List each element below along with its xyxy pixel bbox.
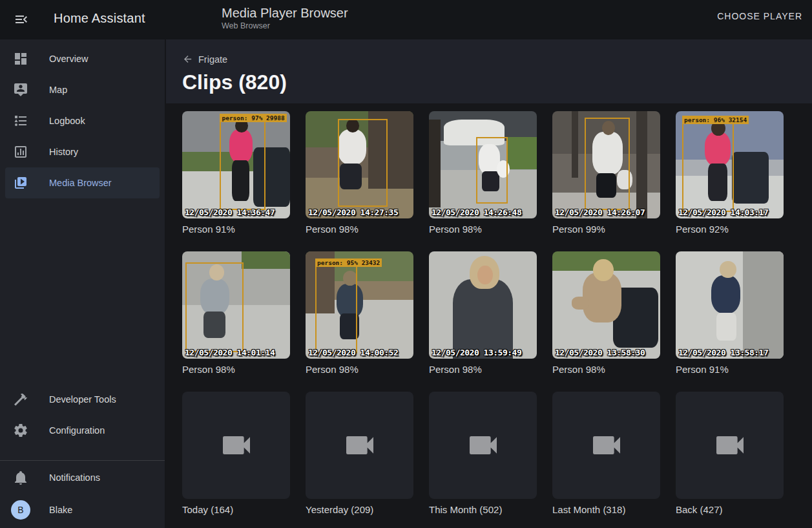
media-grid: person: 97% 2998812/05/2020 14:36:47Pers… <box>166 103 812 515</box>
clip-timestamp: 12/05/2020 14:36:47 <box>185 207 275 217</box>
tooltip-account-icon <box>13 82 28 98</box>
detection-box <box>476 137 507 204</box>
scene-shape <box>506 137 537 169</box>
clip-tile[interactable]: 12/05/2020 14:01:14Person 98% <box>182 251 290 375</box>
clip-thumbnail: 12/05/2020 14:01:14 <box>182 251 290 359</box>
clip-timestamp: 12/05/2020 14:26:48 <box>432 207 521 217</box>
folder-label: Back (427) <box>676 504 784 515</box>
user-name-label: Blake <box>49 505 72 515</box>
clip-label: Person 98% <box>306 364 413 375</box>
clip-label: Person 98% <box>306 224 413 235</box>
menu-open-icon[interactable] <box>13 12 30 28</box>
breadcrumb-label: Frigate <box>198 54 227 65</box>
clip-thumbnail: 12/05/2020 14:26:48 <box>429 111 537 218</box>
scene-shape <box>716 313 736 341</box>
sidebar-nav: OverviewMapLogbookHistoryMedia Browser <box>0 39 165 198</box>
hammer-icon <box>13 392 28 407</box>
clip-tile[interactable]: 12/05/2020 13:58:30Person 98% <box>552 251 660 375</box>
clip-label: Person 98% <box>429 224 537 235</box>
clip-timestamp: 12/05/2020 14:03:17 <box>678 207 768 217</box>
detection-label: person: 97% 29988 <box>220 114 286 122</box>
sidebar-item-overview[interactable]: Overview <box>5 43 160 74</box>
scene-shape <box>720 261 736 279</box>
sidebar-item-label: Notifications <box>49 472 100 483</box>
clip-thumbnail: person: 97% 2998812/05/2020 14:36:47 <box>182 111 290 218</box>
clip-thumbnail: person: 95% 2343212/05/2020 14:00:52 <box>306 251 413 359</box>
arrow-left-icon <box>182 54 193 65</box>
detection-box <box>338 119 388 207</box>
clip-tile[interactable]: person: 96% 3215412/05/2020 14:03:17Pers… <box>676 111 784 235</box>
sidebar-item-configuration[interactable]: Configuration <box>5 415 160 446</box>
folder-tile-yesterday-209[interactable]: Yesterday (209) <box>306 392 413 515</box>
detection-box <box>185 262 244 352</box>
clip-timestamp: 12/05/2020 14:26:07 <box>555 207 645 217</box>
detection-box: person: 95% 23432 <box>315 266 357 354</box>
sidebar-item-notifications[interactable]: Notifications <box>5 462 160 493</box>
sidebar-item-label: Developer Tools <box>49 394 116 405</box>
content-header: Frigate Clips (820) <box>166 39 812 103</box>
clip-label: Person 98% <box>429 364 537 375</box>
folder-label: This Month (502) <box>429 504 537 515</box>
sidebar-item-label: Logbook <box>49 116 85 126</box>
sidebar-bottom: Developer ToolsConfiguration Notificatio… <box>0 384 165 527</box>
clip-label: Person 91% <box>676 364 784 375</box>
content-body: person: 97% 2998812/05/2020 14:36:47Pers… <box>166 103 812 528</box>
clip-timestamp: 12/05/2020 14:27:35 <box>308 207 398 217</box>
scene-shape <box>743 251 784 359</box>
sidebar-item-media-browser[interactable]: Media Browser <box>5 167 160 198</box>
clip-label: Person 91% <box>182 224 290 235</box>
clip-tile[interactable]: person: 97% 2998812/05/2020 14:36:47Pers… <box>182 111 290 235</box>
sidebar-item-history[interactable]: History <box>5 136 160 167</box>
clip-label: Person 92% <box>676 224 784 235</box>
sidebar-item-label: History <box>49 147 78 157</box>
clip-tile[interactable]: 12/05/2020 14:27:35Person 98% <box>306 111 413 235</box>
sidebar-divider <box>0 460 165 461</box>
detection-box: person: 96% 32154 <box>682 123 734 212</box>
sidebar-item-user[interactable]: B Blake <box>5 493 160 527</box>
page-subtitle: Web Browser <box>222 21 348 31</box>
clip-thumbnail: 12/05/2020 13:58:30 <box>552 251 660 359</box>
folder-tile-today-164[interactable]: Today (164) <box>182 392 290 515</box>
clip-thumbnail: 12/05/2020 13:59:49 <box>429 251 537 359</box>
detection-box: person: 97% 29988 <box>220 121 265 210</box>
folder-tile-back-427[interactable]: Back (427) <box>676 392 784 515</box>
clip-timestamp: 12/05/2020 14:00:52 <box>308 348 398 357</box>
avatar: B <box>11 500 30 520</box>
clip-tile[interactable]: 12/05/2020 13:58:17Person 91% <box>676 251 784 375</box>
sidebar-item-label: Configuration <box>49 425 105 436</box>
clip-tile[interactable]: person: 95% 2343212/05/2020 14:00:52Pers… <box>306 251 413 375</box>
video-icon <box>465 427 501 463</box>
sidebar-item-map[interactable]: Map <box>5 74 160 105</box>
detection-label: person: 96% 32154 <box>682 116 749 124</box>
clip-tile[interactable]: 12/05/2020 13:59:49Person 98% <box>429 251 537 375</box>
scene-shape <box>711 275 740 314</box>
choose-player-button[interactable]: CHOOSE PLAYER <box>717 11 802 21</box>
format-list-icon <box>13 113 28 129</box>
breadcrumb-back-frigate[interactable]: Frigate <box>182 54 227 65</box>
app-bar: Home Assistant Media Player Browser Web … <box>0 0 812 39</box>
scene-shape <box>572 111 578 178</box>
page-title: Media Player Browser <box>222 5 348 21</box>
clip-timestamp: 12/05/2020 13:59:49 <box>432 348 521 357</box>
video-icon <box>588 427 625 463</box>
clip-timestamp: 12/05/2020 14:01:14 <box>185 348 275 357</box>
sidebar-item-developer-tools[interactable]: Developer Tools <box>5 384 160 415</box>
folder-thumbnail <box>182 392 290 499</box>
sidebar-item-logbook[interactable]: Logbook <box>5 105 160 136</box>
scene-shape <box>636 111 647 218</box>
folder-tile-this-month-502[interactable]: This Month (502) <box>429 392 537 515</box>
sidebar-item-label: Media Browser <box>49 178 112 188</box>
clip-tile[interactable]: 12/05/2020 14:26:07Person 99% <box>552 111 660 235</box>
home-assistant-app: Home Assistant Media Player Browser Web … <box>0 0 812 528</box>
video-icon <box>218 427 255 463</box>
folder-label: Yesterday (209) <box>306 504 413 515</box>
sidebar: OverviewMapLogbookHistoryMedia Browser D… <box>0 39 165 528</box>
clip-label: Person 99% <box>552 224 660 235</box>
clip-tile[interactable]: 12/05/2020 14:26:48Person 98% <box>429 111 537 235</box>
clip-label: Person 98% <box>552 364 660 375</box>
clip-thumbnail: 12/05/2020 13:58:17 <box>676 251 784 359</box>
clip-thumbnail: 12/05/2020 14:27:35 <box>306 111 413 218</box>
clip-thumbnail: 12/05/2020 14:26:07 <box>552 111 660 218</box>
folder-tile-last-month-318[interactable]: Last Month (318) <box>552 392 660 515</box>
folder-thumbnail <box>429 392 537 499</box>
